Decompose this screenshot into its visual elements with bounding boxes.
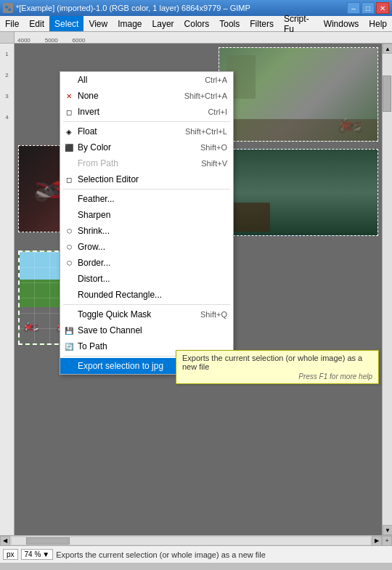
menu-item-all-label: All xyxy=(78,75,87,85)
zoom-selector[interactable]: 74 % ▼ xyxy=(21,549,54,560)
image-top-right: 🏍️ xyxy=(219,47,378,142)
close-button[interactable]: ✕ xyxy=(376,2,389,14)
menu-item-none-label: None xyxy=(78,91,99,101)
title-bar: 🐾 *[Example] (imported)-1.0 (RGB color, … xyxy=(0,0,392,16)
ruler-v-tick-4: 4 xyxy=(5,114,8,121)
invert-icon: ◻ xyxy=(64,107,74,117)
ruler-v-tick-3: 3 xyxy=(5,93,8,99)
menu-item-invert[interactable]: ◻ Invert Ctrl+I xyxy=(60,104,233,120)
menu-item-none[interactable]: ✕ None Shift+Ctrl+A xyxy=(60,88,233,104)
scroll-v-down-arrow[interactable]: ▼ xyxy=(383,525,392,535)
menu-item-grow[interactable]: ⬡ Grow... xyxy=(60,239,233,255)
menu-item-selection-editor[interactable]: ◻ Selection Editor xyxy=(60,171,233,187)
shrink-icon: ⬡ xyxy=(64,226,74,236)
menu-item-rounded-rect[interactable]: Rounded Rectangle... xyxy=(60,287,233,303)
menu-item-invert-shortcut: Ctrl+I xyxy=(208,107,227,116)
menu-colors[interactable]: Colors xyxy=(179,16,215,31)
separator-1 xyxy=(63,121,230,122)
window-title: *[Example] (imported)-1.0 (RGB color, 1 … xyxy=(16,4,250,12)
topath-icon: 🔄 xyxy=(64,341,74,351)
menu-windows[interactable]: Windows xyxy=(319,16,364,31)
ruler-horizontal: 4000 5000 6000 xyxy=(0,32,392,44)
menu-item-exportselection-label: Export selection to jpg xyxy=(78,361,163,371)
menu-scriptfu[interactable]: Script-Fu xyxy=(279,16,319,31)
selectioneditor-icon: ◻ xyxy=(64,174,74,184)
menu-item-bycolor-shortcut: Shift+O xyxy=(200,143,227,152)
maximize-button[interactable]: □ xyxy=(362,2,375,14)
separator-3 xyxy=(63,304,230,305)
scrollbar-horizontal[interactable]: ◀ ▶ + xyxy=(0,535,392,545)
menu-item-distort[interactable]: Distort... xyxy=(60,271,233,287)
tooltip-main-text: Exports the current selection (or whole … xyxy=(182,354,372,371)
menu-item-float[interactable]: ◈ Float Shift+Ctrl+L xyxy=(60,123,233,139)
border-icon: ⬡ xyxy=(64,258,74,268)
menu-file[interactable]: File xyxy=(0,16,24,31)
ruler-vertical: 1 2 3 4 xyxy=(0,44,15,535)
menu-item-shrink[interactable]: ⬡ Shrink... xyxy=(60,223,233,239)
float-icon: ◈ xyxy=(64,126,74,137)
menu-item-save-to-channel[interactable]: 💾 Save to Channel xyxy=(60,322,233,338)
ruler-tick-2: 5000 xyxy=(45,37,58,44)
menu-select[interactable]: Select xyxy=(49,16,83,31)
menu-edit[interactable]: Edit xyxy=(24,16,49,31)
zoom-value: 74 % xyxy=(25,550,41,558)
tooltip-box: Exports the current selection (or whole … xyxy=(176,350,379,384)
menu-item-topath-label: To Path xyxy=(78,341,107,351)
image-middle-right xyxy=(219,149,378,236)
separator-2 xyxy=(63,189,230,190)
ruler-v-tick-1: 1 xyxy=(5,51,8,57)
menu-item-quickmask-label: Toggle Quick Mask xyxy=(78,309,151,319)
ruler-tick-1: 4000 xyxy=(17,37,30,44)
scroll-h-track[interactable] xyxy=(12,537,370,545)
menu-item-float-shortcut: Shift+Ctrl+L xyxy=(185,127,227,136)
status-message: Exports the current selection (or whole … xyxy=(56,550,389,559)
none-icon: ✕ xyxy=(64,91,74,101)
scroll-v-track[interactable] xyxy=(383,54,392,525)
scrollbar-vertical[interactable]: ▲ ▼ xyxy=(382,44,392,535)
menu-item-savetochannel-label: Save to Channel xyxy=(78,325,142,335)
menu-item-sharpen[interactable]: Sharpen xyxy=(60,207,233,223)
ruler-v-tick-2: 2 xyxy=(5,72,8,78)
zoom-arrow-icon: ▼ xyxy=(42,550,49,558)
menu-item-border[interactable]: ⬡ Border... xyxy=(60,255,233,271)
unit-selector[interactable]: px xyxy=(3,549,18,560)
menu-item-all-shortcut: Ctrl+A xyxy=(205,76,227,84)
menu-filters[interactable]: Filters xyxy=(245,16,279,31)
select-dropdown-menu: All Ctrl+A ✕ None Shift+Ctrl+A ◻ Invert … xyxy=(60,71,234,375)
menu-tools[interactable]: Tools xyxy=(214,16,245,31)
menu-item-all[interactable]: All Ctrl+A xyxy=(60,72,233,88)
title-bar-left: 🐾 *[Example] (imported)-1.0 (RGB color, … xyxy=(3,3,250,13)
menu-item-feather[interactable]: Feather... xyxy=(60,191,233,207)
tooltip-hint-text: Press F1 for more help xyxy=(182,372,372,380)
menu-item-sharpen-label: Sharpen xyxy=(78,210,110,220)
menu-item-bycolor-label: By Color xyxy=(78,142,111,152)
app-icon: 🐾 xyxy=(3,3,13,13)
menu-item-by-color[interactable]: ⬛ By Color Shift+O xyxy=(60,139,233,155)
ruler-tick-3: 6000 xyxy=(73,37,86,44)
ruler-corner xyxy=(0,32,15,44)
scroll-v-up-arrow[interactable]: ▲ xyxy=(383,44,392,54)
scroll-h-left-arrow[interactable]: ◀ xyxy=(0,536,10,546)
menu-layer[interactable]: Layer xyxy=(147,16,179,31)
menu-item-roundedrect-label: Rounded Rectangle... xyxy=(78,290,162,300)
menu-item-border-label: Border... xyxy=(78,258,110,268)
minimize-button[interactable]: – xyxy=(347,2,360,14)
scroll-h-right-arrow[interactable]: ▶ xyxy=(372,536,382,546)
menu-image[interactable]: Image xyxy=(113,16,147,31)
canvas-area[interactable]: 🏍️ 🏍️ 🏍️ 🏍️ 🏍️ 🏍️ All xyxy=(15,44,382,535)
scroll-corner-btn[interactable]: + xyxy=(382,536,392,546)
menu-item-from-path[interactable]: From Path Shift+V xyxy=(60,155,233,171)
menu-item-toggle-quick-mask[interactable]: Toggle Quick Mask Shift+Q xyxy=(60,306,233,322)
title-bar-buttons: – □ ✕ xyxy=(347,2,389,14)
menu-bar: File Edit Select View Image Layer Colors… xyxy=(0,16,392,32)
menu-item-selectioneditor-label: Selection Editor xyxy=(78,174,139,184)
menu-item-shrink-label: Shrink... xyxy=(78,226,110,236)
ruler-ticks-h: 4000 5000 6000 xyxy=(15,32,99,44)
menu-view[interactable]: View xyxy=(83,16,113,31)
menu-help[interactable]: Help xyxy=(364,16,392,31)
menu-item-frompath-label: From Path xyxy=(78,158,118,168)
bycolor-icon: ⬛ xyxy=(64,142,74,152)
menu-item-grow-label: Grow... xyxy=(78,242,105,252)
scroll-v-thumb[interactable] xyxy=(383,76,391,112)
scroll-h-thumb[interactable] xyxy=(26,537,70,545)
